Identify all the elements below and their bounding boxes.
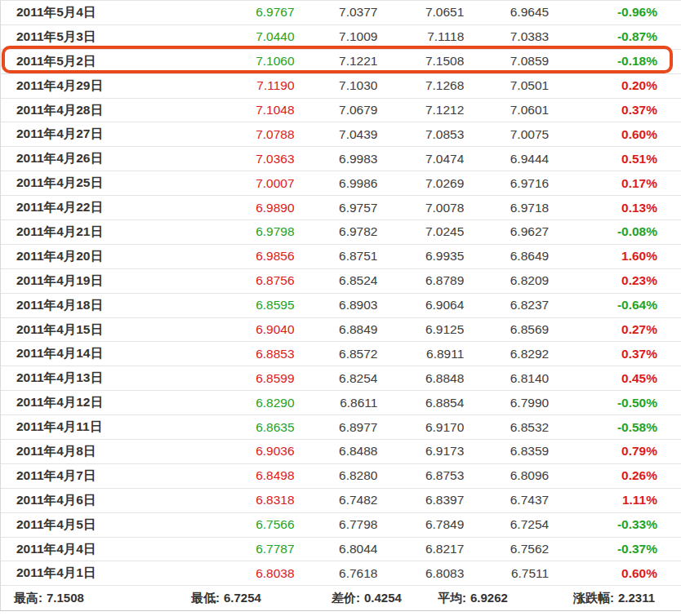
change-cell: -0.37% (549, 542, 681, 556)
change-cell: 0.37% (549, 103, 681, 117)
change-cell: 1.60% (549, 249, 681, 264)
table-row[interactable]: 2011年4月19日 6.8756 6.8524 6.8789 6.8209 0… (1, 269, 681, 294)
summary-range-label: 涨跌幅: (573, 591, 614, 605)
table-row[interactable]: 2011年4月14日 6.8853 6.8572 6.8911 6.8292 0… (1, 342, 681, 366)
high-cell: 6.8789 (377, 273, 464, 288)
table-row[interactable]: 2011年4月6日 6.8318 6.7482 6.8397 6.7437 1.… (1, 489, 681, 513)
summary-bar: 最高:7.1508 最低:6.7254 差价:0.4254 平均:6.9262 … (0, 586, 681, 611)
close-cell: 7.0788 (246, 127, 295, 142)
change-cell: 0.60% (549, 127, 681, 142)
date-cell: 2011年4月20日 (1, 248, 246, 265)
summary-average: 平均:6.9262 (438, 591, 508, 606)
close-cell: 6.9798 (246, 224, 295, 239)
open-cell: 7.1221 (295, 54, 378, 69)
change-cell: -0.50% (549, 396, 681, 410)
table-row[interactable]: 2011年5月3日 7.0440 7.1009 7.1118 7.0383 -0… (1, 25, 681, 50)
high-cell: 6.9935 (377, 249, 464, 264)
table-row[interactable]: 2011年4月7日 6.8498 6.8280 6.8753 6.8096 0.… (1, 464, 681, 489)
high-cell: 7.1118 (377, 29, 464, 44)
open-cell: 6.8572 (295, 347, 378, 361)
table-row[interactable]: 2011年4月21日 6.9798 6.9782 7.0245 6.9627 -… (1, 220, 681, 245)
change-cell: -0.33% (549, 517, 681, 532)
table-row[interactable]: 2011年4月5日 6.7566 6.7798 6.7849 6.7254 -0… (1, 513, 681, 538)
open-cell: 6.8977 (295, 420, 378, 435)
low-cell: 7.0075 (464, 127, 549, 142)
date-cell: 2011年4月1日 (1, 565, 246, 582)
table-row[interactable]: 2011年4月11日 6.8635 6.8977 6.9170 6.8532 -… (1, 415, 681, 440)
table-row[interactable]: 2011年4月27日 7.0788 7.0439 7.0853 7.0075 0… (1, 122, 681, 147)
date-cell: 2011年4月15日 (1, 321, 246, 339)
summary-spread-value: 0.4254 (364, 591, 402, 605)
summary-spread-label: 差价: (332, 591, 360, 605)
rates-page: 2011年5月4日 6.9767 7.0377 7.0651 6.9645 -0… (0, 0, 681, 616)
low-cell: 6.9645 (464, 5, 549, 20)
table-row[interactable]: 2011年4月18日 6.8595 6.8903 6.9064 6.8237 -… (1, 294, 681, 318)
change-cell: 0.13% (549, 201, 681, 215)
table-row[interactable]: 2011年5月2日 7.1060 7.1221 7.1508 7.0859 -0… (1, 50, 681, 74)
table-row[interactable]: 2011年4月1日 6.8038 6.7618 6.8083 6.7511 0.… (1, 561, 681, 586)
table-row[interactable]: 2011年4月20日 6.9856 6.8751 6.9935 6.8649 1… (1, 245, 681, 269)
date-cell: 2011年4月29日 (1, 78, 246, 95)
high-cell: 7.0651 (377, 5, 464, 20)
date-cell: 2011年4月11日 (1, 419, 246, 436)
date-cell: 2011年4月25日 (1, 175, 246, 192)
table-row[interactable]: 2011年4月28日 7.1048 7.0679 7.1212 7.0601 0… (1, 99, 681, 123)
low-cell: 6.7562 (464, 542, 549, 556)
date-cell: 2011年4月5日 (1, 516, 246, 534)
low-cell: 6.7437 (464, 493, 549, 507)
table-row[interactable]: 2011年4月12日 6.8290 6.8611 6.8854 6.7990 -… (1, 391, 681, 415)
rates-table: 2011年5月4日 6.9767 7.0377 7.0651 6.9645 -0… (0, 0, 681, 586)
date-cell: 2011年4月19日 (1, 273, 246, 290)
high-cell: 6.8911 (377, 347, 464, 361)
change-cell: 0.51% (549, 152, 681, 166)
close-cell: 6.9856 (246, 249, 295, 264)
open-cell: 6.7618 (295, 566, 378, 581)
close-cell: 7.0440 (246, 29, 295, 44)
change-cell: 0.60% (549, 566, 681, 581)
close-cell: 6.8290 (246, 396, 295, 410)
date-cell: 2011年5月4日 (1, 4, 246, 21)
high-cell: 6.8083 (377, 566, 464, 581)
change-cell: -0.64% (549, 298, 681, 312)
open-cell: 6.9986 (295, 176, 378, 191)
summary-low-value: 6.7254 (224, 591, 261, 605)
low-cell: 6.7990 (464, 396, 549, 410)
change-cell: 0.37% (549, 347, 681, 361)
change-cell: -0.96% (549, 5, 681, 20)
low-cell: 6.8140 (464, 371, 549, 386)
table-row[interactable]: 2011年4月29日 7.1190 7.1030 7.1268 7.0501 0… (1, 74, 681, 99)
date-cell: 2011年4月18日 (1, 297, 246, 314)
change-cell: -0.87% (549, 29, 681, 44)
high-cell: 7.1508 (377, 54, 464, 69)
table-row[interactable]: 2011年5月4日 6.9767 7.0377 7.0651 6.9645 -0… (1, 1, 681, 25)
open-cell: 6.7482 (295, 493, 378, 507)
table-row[interactable]: 2011年4月25日 7.0007 6.9986 7.0269 6.9716 0… (1, 171, 681, 196)
high-cell: 6.9170 (377, 420, 464, 435)
low-cell: 7.0501 (464, 78, 549, 93)
summary-high: 最高:7.1508 (14, 591, 84, 606)
summary-range-value: 2.2311 (618, 591, 655, 605)
date-cell: 2011年4月28日 (1, 102, 246, 119)
table-row[interactable]: 2011年4月8日 6.9036 6.8488 6.9173 6.8359 0.… (1, 440, 681, 464)
table-row[interactable]: 2011年4月13日 6.8599 6.8254 6.8848 6.8140 0… (1, 366, 681, 391)
high-cell: 7.0853 (377, 127, 464, 142)
low-cell: 6.8569 (464, 322, 549, 337)
date-cell: 2011年4月22日 (1, 199, 246, 216)
open-cell: 6.8849 (295, 322, 378, 337)
table-row[interactable]: 2011年4月15日 6.9040 6.8849 6.9125 6.8569 0… (1, 318, 681, 343)
close-cell: 6.8595 (246, 298, 295, 312)
high-cell: 7.1268 (377, 78, 464, 93)
date-cell: 2011年4月14日 (1, 345, 246, 362)
table-row[interactable]: 2011年4月26日 7.0363 6.9983 7.0474 6.9444 0… (1, 147, 681, 171)
close-cell: 7.1048 (246, 103, 295, 117)
summary-high-label: 最高: (14, 591, 42, 605)
date-cell: 2011年5月2日 (1, 53, 246, 70)
high-cell: 7.1212 (377, 103, 464, 117)
high-cell: 6.8753 (377, 468, 464, 483)
open-cell: 7.0439 (295, 127, 378, 142)
table-row[interactable]: 2011年4月4日 6.7787 6.8044 6.8217 6.7562 -0… (1, 538, 681, 562)
table-row[interactable]: 2011年4月22日 6.9890 6.9757 7.0078 6.9718 0… (1, 196, 681, 220)
low-cell: 6.8649 (464, 249, 549, 264)
low-cell: 6.7511 (464, 566, 549, 581)
close-cell: 7.1060 (246, 54, 295, 69)
